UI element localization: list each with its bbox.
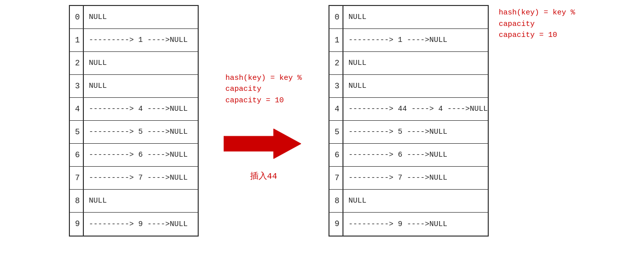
table-row: 0NULL (329, 6, 488, 29)
row-index: 1 (70, 29, 84, 51)
row-index: 6 (329, 144, 343, 166)
row-index: 3 (70, 75, 84, 97)
row-index: 7 (329, 167, 343, 189)
svg-marker-0 (224, 129, 301, 159)
chain-value: ---------> 5 ---->NULL (343, 128, 447, 136)
null-value: NULL (343, 13, 366, 21)
formula-line1: hash(key) = key % (225, 74, 302, 82)
table-row: 5---------> 5 ---->NULL (70, 121, 198, 144)
table-row: 6---------> 6 ---->NULL (70, 144, 198, 167)
table-row: 3NULL (70, 75, 198, 98)
chain-value: ---------> 5 ---->NULL (84, 128, 188, 136)
formula-box-right: hash(key) = key % capacity capacity = 10 (499, 5, 575, 41)
table-row: 0NULL (70, 6, 198, 29)
table-row: 1---------> 1 ---->NULL (329, 29, 488, 52)
row-index: 0 (70, 6, 84, 28)
table-row: 1---------> 1 ---->NULL (70, 29, 198, 52)
row-index: 5 (329, 121, 343, 143)
table-row: 2NULL (329, 52, 488, 75)
chain-value: ---------> 6 ---->NULL (343, 151, 447, 159)
row-index: 2 (70, 52, 84, 74)
right-hash-table: 0NULL1---------> 1 ---->NULL2NULL3NULL4-… (328, 5, 489, 237)
null-value: NULL (343, 197, 366, 205)
middle-section: hash(key) = key % capacity capacity = 10… (199, 5, 328, 250)
table-row: 4---------> 4 ---->NULL (70, 98, 198, 121)
row-index: 0 (329, 6, 343, 28)
formula-right-line3: capacity = 10 (499, 31, 557, 39)
row-index: 8 (70, 190, 84, 212)
chain-value: ---------> 1 ---->NULL (343, 36, 447, 44)
table-row: 2NULL (70, 52, 198, 75)
row-index: 1 (329, 29, 343, 51)
chain-value: ---------> 6 ---->NULL (84, 151, 188, 159)
row-index: 6 (70, 144, 84, 166)
null-value: NULL (343, 59, 366, 67)
row-index: 2 (329, 52, 343, 74)
arrow-container (224, 126, 304, 161)
formula-box-left: hash(key) = key % capacity capacity = 10 (225, 73, 302, 107)
formula-line2: capacity (225, 85, 261, 93)
left-hash-table: 0NULL1---------> 1 ---->NULL2NULL3NULL4-… (69, 5, 199, 237)
chain-value: ---------> 44 ----> 4 ---->NULL (343, 105, 488, 113)
chain-value: ---------> 4 ---->NULL (84, 105, 188, 113)
table-row: 8NULL (329, 190, 488, 213)
table-row: 8NULL (70, 190, 198, 213)
chain-value: ---------> 9 ---->NULL (84, 220, 188, 229)
chain-value: ---------> 7 ---->NULL (343, 174, 447, 182)
row-index: 9 (70, 213, 84, 236)
row-index: 3 (329, 75, 343, 97)
row-index: 7 (70, 167, 84, 189)
chain-value: ---------> 9 ---->NULL (343, 220, 447, 229)
null-value: NULL (343, 82, 366, 90)
null-value: NULL (84, 82, 107, 90)
row-index: 4 (70, 98, 84, 120)
main-container: 0NULL1---------> 1 ---->NULL2NULL3NULL4-… (0, 0, 644, 263)
chain-value: ---------> 1 ---->NULL (84, 36, 188, 44)
right-section: 0NULL1---------> 1 ---->NULL2NULL3NULL4-… (328, 5, 575, 237)
table-row: 3NULL (329, 75, 488, 98)
table-row: 5---------> 5 ---->NULL (329, 121, 488, 144)
null-value: NULL (84, 13, 107, 21)
null-value: NULL (84, 59, 107, 67)
table-row: 9---------> 9 ---->NULL (329, 213, 488, 236)
row-index: 9 (329, 213, 343, 236)
null-value: NULL (84, 197, 107, 205)
table-row: 7---------> 7 ---->NULL (70, 167, 198, 190)
table-row: 4---------> 44 ----> 4 ---->NULL (329, 98, 488, 121)
chain-value: ---------> 7 ---->NULL (84, 174, 188, 182)
formula-right-line1: hash(key) = key % (499, 8, 575, 17)
row-index: 4 (329, 98, 343, 120)
formula-right-line2: capacity (499, 20, 535, 28)
row-index: 8 (329, 190, 343, 212)
table-row: 7---------> 7 ---->NULL (329, 167, 488, 190)
table-row: 9---------> 9 ---->NULL (70, 213, 198, 236)
insert-label: 插入44 (250, 170, 277, 182)
formula-line3: capacity = 10 (225, 96, 284, 105)
right-arrow-icon (224, 126, 304, 161)
row-index: 5 (70, 121, 84, 143)
table-row: 6---------> 6 ---->NULL (329, 144, 488, 167)
